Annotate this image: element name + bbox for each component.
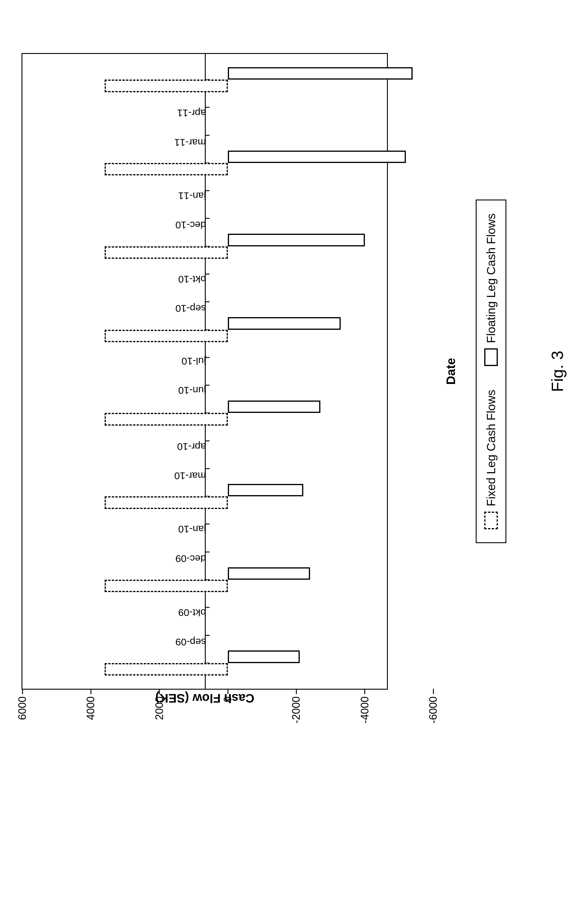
bar-fixed [104,496,228,509]
y-tick [296,689,297,694]
x-axis-line [205,54,205,689]
x-tick [205,635,209,636]
y-tick [364,689,365,694]
x-tick [205,551,209,552]
legend-swatch-fixed-icon [484,512,498,529]
y-tick-label: -4000 [359,697,371,724]
y-tick [22,689,23,694]
bar-floating [228,484,303,496]
page: Cash Flow (SEK) -6000-4000-2000020004000… [0,0,588,898]
x-tick-label: okt-10 [178,274,206,285]
y-axis-title: Cash Flow (SEK) [155,691,254,705]
y-tick [227,689,228,694]
y-tick [433,689,434,694]
x-tick [205,135,209,135]
bar-fixed [104,330,228,342]
x-tick-label: jan-10 [178,524,206,535]
bar-fixed [104,163,228,175]
bar-fixed [104,663,228,675]
plot-area: Cash Flow (SEK) -6000-4000-2000020004000… [22,53,388,690]
legend-label-fixed: Fixed Leg Cash Flows [484,390,497,506]
y-tick-label: 6000 [16,697,29,720]
x-tick [205,301,209,302]
bar-floating [228,317,341,329]
legend-swatch-floating-icon [484,348,498,366]
bar-floating [228,67,413,80]
legend-label-floating: Floating Leg Cash Flows [484,214,497,343]
x-tick-label: jul-10 [181,355,206,367]
bar-fixed [104,80,228,92]
x-tick-label: mar-10 [174,470,206,481]
bar-fixed [104,246,228,259]
bar-floating [228,234,365,246]
legend: Fixed Leg Cash Flows Floating Leg Cash F… [476,200,506,543]
x-tick [205,468,209,469]
x-tick-label: sep-09 [175,636,206,648]
y-tick-label: 0 [222,697,234,702]
rotated-container: Cash Flow (SEK) -6000-4000-2000020004000… [22,18,567,725]
y-tick-label: 4000 [85,697,97,720]
bar-fixed [104,580,228,592]
bar-floating [228,650,300,663]
x-tick-label: dec-09 [175,553,206,564]
y-tick-label: 2000 [153,697,165,720]
bar-floating [228,151,406,163]
y-tick-label: -2000 [290,697,302,724]
x-tick-label: apr-10 [177,441,206,452]
chart: Cash Flow (SEK) -6000-4000-2000020004000… [22,18,567,725]
x-tick [205,218,209,219]
x-tick-label: jun-10 [178,384,206,396]
x-tick-label: apr-11 [177,108,206,119]
y-tick [159,689,160,694]
legend-item-floating: Floating Leg Cash Flows [484,214,498,366]
bar-floating [228,567,310,580]
bar-floating [228,401,320,413]
x-tick-label: mar-11 [174,137,206,148]
x-tick-label: dec-10 [175,219,206,231]
figure-caption: Fig. 3 [548,351,567,392]
bar-fixed [104,413,228,425]
y-tick [90,689,91,694]
legend-item-fixed: Fixed Leg Cash Flows [484,390,498,529]
x-tick-label: okt-09 [178,607,206,619]
x-tick-label: jan-11 [178,190,206,201]
x-tick-label: sep-10 [175,303,206,314]
y-tick-label: -6000 [427,697,439,724]
x-axis-title: Date [444,358,458,384]
